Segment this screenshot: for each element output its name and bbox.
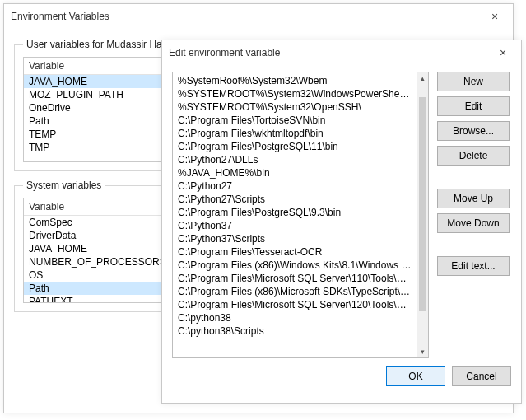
path-entry[interactable]: C:\Program Files\TortoiseSVN\bin <box>173 114 417 127</box>
var-name-cell: JAVA_HOME <box>24 75 162 88</box>
var-name-cell: Path <box>24 114 162 128</box>
edit-footer-buttons: OK Cancel <box>162 366 521 394</box>
col-variable[interactable]: Variable <box>24 58 162 74</box>
scroll-up-icon[interactable]: ▴ <box>417 72 428 84</box>
browse-button[interactable]: Browse... <box>437 121 510 141</box>
move-up-button[interactable]: Move Up <box>437 189 510 208</box>
path-entry[interactable]: C:\Program Files\Microsoft SQL Server\12… <box>173 298 417 311</box>
env-title: Environment Variables <box>11 11 483 22</box>
new-button[interactable]: New <box>437 72 510 91</box>
var-name-cell: MOZ_PLUGIN_PATH <box>24 88 162 101</box>
var-name-cell: JAVA_HOME <box>24 242 162 255</box>
edit-button[interactable]: Edit <box>437 96 510 116</box>
path-entry[interactable]: C:\python38\Scripts <box>173 324 417 338</box>
move-down-button[interactable]: Move Down <box>437 213 510 233</box>
path-entry[interactable]: C:\Program Files\wkhtmltopdf\bin <box>173 127 417 140</box>
var-name-cell: ComSpec <box>24 216 162 229</box>
path-entry[interactable]: C:\Program Files\PostgreSQL\9.3\bin <box>173 206 417 219</box>
edit-cancel-button[interactable]: Cancel <box>452 366 511 386</box>
path-entry[interactable]: %SYSTEMROOT%\System32\OpenSSH\ <box>173 100 417 114</box>
edit-titlebar: Edit environment variable × <box>162 40 521 65</box>
edit-text-button[interactable]: Edit text... <box>437 256 510 276</box>
path-entry[interactable]: %JAVA_HOME%\bin <box>173 166 417 180</box>
path-entries-list[interactable]: %SystemRoot%\System32\Wbem%SYSTEMROOT%\S… <box>172 72 429 358</box>
var-name-cell: OS <box>24 268 162 282</box>
env-close-button[interactable]: × <box>483 10 506 23</box>
edit-title: Edit environment variable <box>169 47 491 58</box>
path-entry[interactable]: C:\Python27\DLLs <box>173 153 417 166</box>
edit-close-button[interactable]: × <box>491 46 514 59</box>
path-entry[interactable]: C:\Program Files\Tesseract-OCR <box>173 245 417 259</box>
path-entry[interactable]: %SYSTEMROOT%\System32\WindowsPowerShell\… <box>173 87 417 100</box>
edit-side-buttons: New Edit Browse... Delete Move Up Move D… <box>437 72 511 358</box>
path-entry[interactable]: C:\Python27\Scripts <box>173 193 417 206</box>
scroll-thumb[interactable] <box>419 97 426 311</box>
path-entry[interactable]: C:\Python27 <box>173 180 417 193</box>
scroll-down-icon[interactable]: ▾ <box>417 346 428 357</box>
path-entry[interactable]: C:\Program Files (x86)\Windows Kits\8.1\… <box>173 259 417 272</box>
edit-env-window: Edit environment variable × %SystemRoot%… <box>161 40 522 404</box>
path-entry[interactable]: C:\Program Files (x86)\Microsoft SDKs\Ty… <box>173 285 417 298</box>
var-name-cell: OneDrive <box>24 101 162 114</box>
path-entry[interactable]: C:\Python37\Scripts <box>173 232 417 245</box>
path-entry[interactable]: C:\python38 <box>173 311 417 324</box>
var-name-cell: PATHEXT <box>24 295 162 303</box>
path-entry[interactable]: C:\Program Files\Microsoft SQL Server\11… <box>173 272 417 285</box>
path-scrollbar[interactable]: ▴ ▾ <box>417 72 428 357</box>
var-name-cell: NUMBER_OF_PROCESSORS <box>24 255 162 268</box>
var-name-cell: Path <box>24 282 162 295</box>
var-name-cell: TMP <box>24 141 162 154</box>
col-variable[interactable]: Variable <box>24 198 162 215</box>
env-titlebar: Environment Variables × <box>4 4 513 29</box>
var-name-cell: DriverData <box>24 229 162 242</box>
path-entry[interactable]: %SystemRoot%\System32\Wbem <box>173 74 417 87</box>
delete-button[interactable]: Delete <box>437 146 510 166</box>
edit-ok-button[interactable]: OK <box>386 366 445 386</box>
path-entry[interactable]: C:\Python37 <box>173 219 417 232</box>
system-vars-legend: System variables <box>23 180 105 191</box>
var-name-cell: TEMP <box>24 128 162 141</box>
path-entry[interactable]: C:\Program Files\PostgreSQL\11\bin <box>173 140 417 153</box>
